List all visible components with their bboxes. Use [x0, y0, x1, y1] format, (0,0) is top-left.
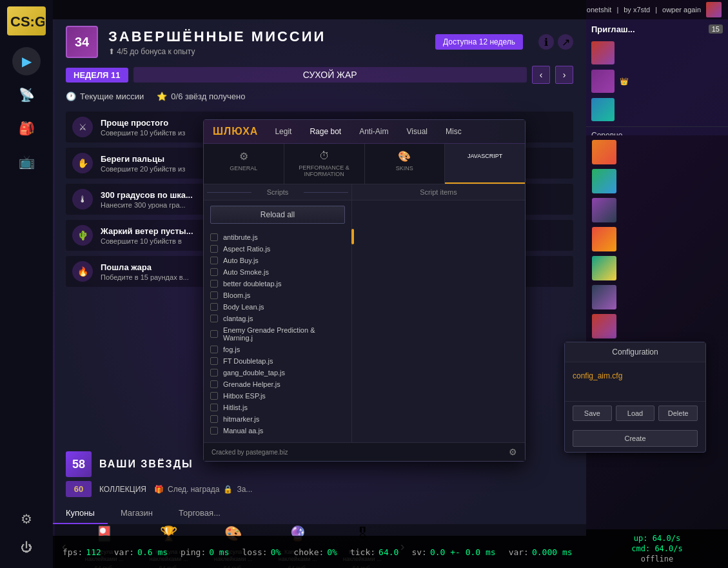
subtab-label: SKINS	[396, 165, 413, 171]
script-list-item[interactable]: Bloom.js	[208, 289, 348, 301]
reload-all-button[interactable]: Reload all	[210, 206, 345, 224]
script-name: Hitbox ESP.js	[223, 392, 266, 400]
script-list-item[interactable]: Auto Buy.js	[208, 255, 348, 266]
avatar	[592, 314, 616, 338]
script-name: clantag.js	[223, 315, 253, 322]
script-checkbox[interactable]	[210, 415, 218, 423]
star-icon: ⭐	[157, 92, 167, 101]
player-list: 👑	[586, 19, 728, 124]
cheat-subtab-general[interactable]: ⚙ GENERAL	[204, 144, 284, 184]
script-list-item[interactable]: antibrute.js	[208, 231, 348, 243]
share-button[interactable]: ↗	[558, 34, 573, 50]
script-list-item[interactable]: Manual aa.js	[208, 425, 348, 436]
cheat-header: ШЛЮХА LegitRage botAnti-AimVisualMisc	[204, 120, 525, 144]
subtab-label: GENERAL	[230, 165, 257, 171]
script-list-item[interactable]: Grenade Helper.js	[208, 378, 348, 390]
config-delete-button[interactable]: Delete	[658, 406, 698, 421]
script-list-item[interactable]: hitmarker.js	[208, 413, 348, 425]
stars-earned-text: 0/6 звёзд получено	[171, 92, 245, 101]
mission-item-info: 300 градусов по шка... Нанесите 300 урон…	[101, 190, 193, 209]
csgo-logo[interactable]: CS:GO	[7, 6, 46, 35]
script-checkbox[interactable]	[210, 268, 218, 276]
script-checkbox[interactable]	[210, 330, 218, 338]
script-checkbox[interactable]	[210, 357, 218, 365]
script-checkbox[interactable]	[210, 257, 218, 264]
script-list-item[interactable]: Enemy Grenade Prediction & Warning.j	[208, 324, 348, 344]
status-text: offline	[641, 554, 674, 563]
config-body: config_aim.cfg	[565, 362, 705, 401]
mission-item-icon: ⚔	[72, 117, 93, 137]
avatar	[592, 169, 616, 193]
sidebar-icon-power[interactable]: ⏻	[12, 533, 41, 562]
right-avatar-row	[589, 139, 725, 166]
script-checkbox[interactable]	[210, 291, 218, 299]
cheat-nav-item-rage-bot[interactable]: Rage bot	[306, 125, 345, 138]
week-prev-button[interactable]: ‹	[532, 66, 550, 84]
config-actions: Save Load Delete	[565, 401, 705, 425]
mission-item-info: Жаркий ветер пусты... Совершите 10 убийс…	[101, 226, 193, 245]
cmd-label: cmd:	[631, 544, 650, 553]
bottom-tab-купоны[interactable]: Купоны	[53, 503, 108, 524]
script-checkbox[interactable]	[210, 346, 218, 353]
info-button[interactable]: ℹ	[538, 34, 554, 50]
script-checkbox[interactable]	[210, 303, 218, 311]
sidebar-icon-settings[interactable]: ⚙	[12, 505, 41, 533]
script-list-item[interactable]: better doubletap.js	[208, 278, 348, 289]
config-save-button[interactable]: Save	[573, 406, 612, 421]
bottom-tab-магазин[interactable]: Магазин	[108, 503, 166, 524]
mission-item-info: Пошла жара Победите в 15 раундах в...	[101, 262, 189, 281]
cheat-nav-item-misc[interactable]: Misc	[442, 125, 466, 138]
crown-icon: 👑	[620, 77, 629, 86]
cheat-nav-item-legit[interactable]: Legit	[271, 125, 295, 138]
right-panel-top: Приглаш... 15 👑 Соревно...	[586, 19, 728, 135]
cheat-settings-button[interactable]: ⚙	[509, 447, 517, 457]
script-list-item[interactable]: Aspect Ratio.js	[208, 243, 348, 255]
mission-title: ЗАВЕРШЁННЫЕ МИССИИ	[108, 28, 326, 45]
script-checkbox[interactable]	[210, 280, 218, 288]
mission-available-badge: Доступна 12 недель	[435, 34, 523, 50]
bottom-tab-торговая...[interactable]: Торговая...	[166, 503, 233, 524]
config-file[interactable]: config_aim.cfg	[573, 369, 698, 383]
xp-icon: ⬆	[108, 47, 115, 56]
script-checkbox[interactable]	[210, 380, 218, 388]
avatar	[591, 70, 615, 93]
script-checkbox[interactable]	[210, 245, 218, 253]
week-next-button[interactable]: ›	[555, 66, 573, 84]
player-item	[586, 95, 728, 124]
script-list-item[interactable]: Body Lean.js	[208, 301, 348, 313]
missions-status: 🕐 Текущие миссии ⭐ 0/6 звёзд получено	[66, 92, 573, 101]
script-list-item[interactable]: fog.js	[208, 344, 348, 355]
sidebar-icon-inventory[interactable]: 🎒	[12, 114, 41, 142]
script-list-item[interactable]: clantag.js	[208, 313, 348, 324]
config-load-button[interactable]: Load	[616, 406, 655, 421]
mission-badge-number: 34	[75, 35, 89, 50]
script-checkbox[interactable]	[210, 315, 218, 322]
script-list-item[interactable]: FT Doubletap.js	[208, 355, 348, 367]
script-list-item[interactable]: gang_double_tap.js	[208, 367, 348, 378]
config-create-button[interactable]: Create	[573, 430, 698, 447]
var-label: var:	[114, 547, 134, 557]
mission-item-desc: Совершите 20 убийств из	[101, 165, 185, 173]
cracked-text: Cracked by pastegame.biz	[212, 449, 288, 456]
cheat-nav-item-visual[interactable]: Visual	[403, 125, 431, 138]
script-list-item[interactable]: Hitlist.js	[208, 402, 348, 413]
scripts-panel: Scripts Reload all antibrute.js Aspect R…	[204, 184, 352, 442]
script-checkbox[interactable]	[210, 369, 218, 377]
cheat-panel: ШЛЮХА LegitRage botAnti-AimVisualMisc ⚙ …	[203, 119, 526, 462]
cheat-subtab-skins[interactable]: 🎨 SKINS	[365, 144, 446, 184]
script-checkbox[interactable]	[210, 427, 218, 435]
sidebar-icon-play[interactable]: ▶	[12, 47, 41, 75]
cheat-subtab-performance-&-information[interactable]: ⏱ PERFORMANCE & INFORMATION	[284, 144, 365, 184]
script-checkbox[interactable]	[210, 233, 218, 241]
mission-item-name: 300 градусов по шка...	[101, 190, 193, 200]
script-list-item[interactable]: Auto Smoke.js	[208, 266, 348, 278]
sidebar-icon-radio[interactable]: 📡	[12, 81, 41, 109]
script-checkbox[interactable]	[210, 392, 218, 400]
cheat-subtab-javascript[interactable]: JAVASCRIPT	[445, 144, 525, 184]
sidebar-icon-tv[interactable]: 📺	[12, 148, 41, 176]
script-checkbox[interactable]	[210, 404, 218, 411]
script-list[interactable]: antibrute.js Aspect Ratio.js Auto Buy.js…	[204, 229, 351, 442]
avatar	[591, 98, 615, 121]
cheat-nav-item-anti-aim[interactable]: Anti-Aim	[355, 125, 392, 138]
script-list-item[interactable]: Hitbox ESP.js	[208, 390, 348, 402]
